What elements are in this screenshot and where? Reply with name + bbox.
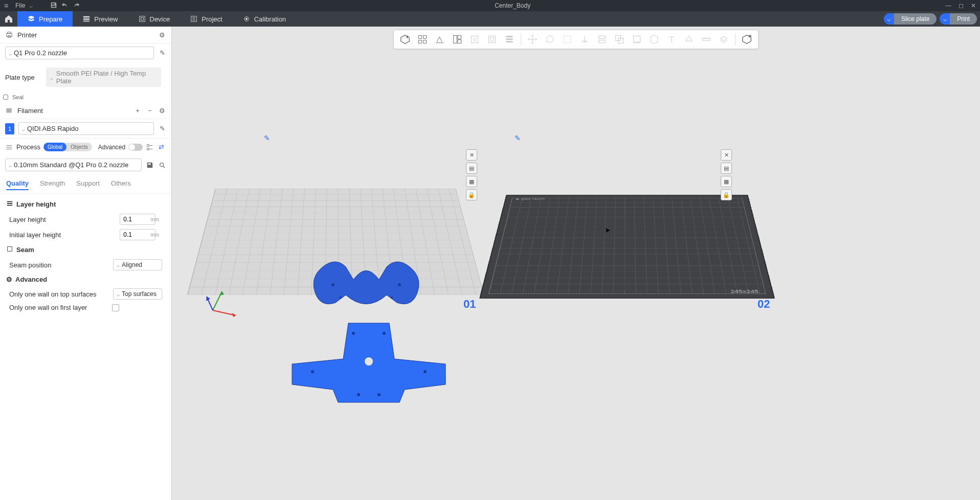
svg-rect-29 (424, 40, 427, 43)
filament-panel-header: Filament + − ⚙ (0, 102, 171, 119)
svg-marker-65 (219, 291, 224, 296)
plate-2[interactable]: ✎ ◉ QIDI TECH 245x245 (494, 134, 760, 338)
tab-prepare[interactable]: Prepare (17, 11, 73, 27)
chevron-down-icon (9, 49, 12, 57)
slice-label: Slice plate (894, 13, 937, 25)
home-button[interactable] (0, 11, 17, 27)
plate-close-icon[interactable]: ✕ (466, 149, 477, 161)
filament-edit-icon[interactable]: ✎ (158, 125, 166, 133)
filament-slot-1[interactable]: 1 (5, 123, 14, 134)
svg-point-54 (391, 297, 393, 299)
tab-preview-label: Preview (94, 15, 118, 23)
seam-position-select[interactable]: Aligned (113, 259, 162, 270)
advanced-toggle[interactable] (128, 144, 143, 151)
filament-add-icon[interactable]: + (133, 106, 142, 115)
asset-browser-icon[interactable] (739, 32, 755, 47)
maximize-icon[interactable]: ◻ (959, 2, 964, 9)
orient-icon[interactable] (432, 32, 448, 47)
plate-2-controls: ✕ ▤ ▦ 🔒 (721, 149, 732, 200)
print-dropdown-icon[interactable]: ⌵ (940, 13, 950, 25)
menu-icon[interactable] (4, 2, 11, 10)
plate-edit-icon[interactable]: ✎ (264, 134, 469, 142)
move-icon (524, 32, 541, 47)
file-dropdown-caret[interactable]: ⌵ (29, 2, 33, 9)
tab-calibration[interactable]: Calibration (233, 11, 296, 27)
plate-settings-icon[interactable]: ▦ (466, 176, 477, 187)
model-top-piece[interactable] (295, 252, 438, 318)
tab-device[interactable]: Device (128, 11, 181, 27)
file-menu[interactable]: File (15, 2, 25, 9)
close-icon[interactable]: ✕ (971, 2, 976, 9)
redo-icon[interactable] (73, 2, 80, 10)
list-icon[interactable] (146, 143, 154, 151)
tab-strength[interactable]: Strength (40, 177, 65, 190)
svg-rect-23 (8, 247, 12, 252)
layers-icon (6, 200, 13, 209)
height-range-icon (501, 32, 518, 47)
flatten-icon (576, 32, 593, 47)
process-save-icon[interactable] (146, 161, 154, 169)
seal-label: Seal (12, 94, 24, 100)
plate-settings-icon[interactable]: ▦ (721, 176, 732, 187)
plate-lock-icon[interactable]: 🔒 (721, 189, 732, 200)
svg-point-59 (383, 332, 386, 335)
svg-rect-44 (633, 36, 640, 42)
one-wall-top-select[interactable]: Top surfaces (113, 288, 162, 300)
svg-rect-27 (424, 36, 427, 39)
plate-arrange-icon[interactable]: ▤ (721, 163, 732, 174)
svg-line-19 (163, 166, 165, 168)
compare-icon[interactable]: ⇄ (157, 143, 165, 151)
model-bottom-piece[interactable] (282, 313, 456, 405)
chevron-down-icon (50, 74, 53, 81)
minimize-icon[interactable]: — (945, 2, 951, 9)
svg-rect-31 (458, 36, 461, 39)
tab-preview[interactable]: Preview (73, 11, 128, 27)
filament-select[interactable]: QIDI ABS Rapido (18, 122, 154, 135)
printer-settings-icon[interactable]: ⚙ (158, 31, 166, 39)
printer-edit-icon[interactable]: ✎ (158, 49, 166, 57)
plate-lock-icon[interactable]: 🔒 (466, 189, 477, 200)
slice-plate-button[interactable]: ⌵ Slice plate (884, 13, 937, 25)
printer-select[interactable]: Q1 Pro 0.2 nozzle (5, 47, 154, 59)
one-wall-first-checkbox[interactable] (112, 304, 119, 311)
process-select[interactable]: 0.10mm Standard @Q1 Pro 0.2 nozzle (5, 158, 142, 171)
plate-type-select[interactable]: Smooth PEI Plate / High Temp Plate (46, 67, 161, 87)
process-select-value: 0.10mm Standard @Q1 Pro 0.2 nozzle (14, 161, 128, 169)
tab-quality[interactable]: Quality (6, 177, 29, 190)
advanced-label: Advanced (98, 144, 125, 151)
process-search-icon[interactable] (158, 161, 166, 169)
save-icon[interactable] (50, 2, 57, 10)
plate-edit-icon[interactable]: ✎ (515, 134, 760, 142)
viewport-3d[interactable]: ✎ ✕ ▤ ▦ 🔒 01 (172, 27, 980, 500)
svg-rect-38 (506, 41, 513, 42)
print-button[interactable]: ⌵ Print (940, 13, 977, 25)
tab-project[interactable]: Project (180, 11, 232, 27)
arrange-icon[interactable] (449, 32, 465, 47)
plate-1[interactable]: ✎ (203, 134, 469, 328)
tab-others[interactable]: Others (111, 177, 131, 190)
svg-point-18 (160, 163, 164, 166)
plate-close-icon[interactable]: ✕ (721, 149, 732, 161)
filament-remove-icon[interactable]: − (146, 106, 154, 115)
tab-support[interactable]: Support (76, 177, 100, 190)
svg-rect-28 (419, 40, 422, 43)
svg-rect-15 (147, 148, 149, 150)
separator (521, 33, 521, 46)
add-cube-icon[interactable] (414, 32, 431, 47)
svg-line-62 (213, 310, 236, 315)
filament-settings-icon[interactable]: ⚙ (158, 106, 166, 115)
plate-arrange-icon[interactable]: ▤ (466, 163, 477, 174)
chip-objects[interactable]: Objects (66, 143, 92, 151)
svg-rect-20 (7, 201, 13, 202)
add-plate-icon[interactable] (397, 32, 413, 47)
chevron-down-icon (22, 125, 25, 132)
tab-device-label: Device (150, 15, 170, 23)
slice-dropdown-icon[interactable]: ⌵ (884, 13, 894, 25)
seal-checkbox[interactable] (3, 95, 8, 100)
undo-icon[interactable] (61, 2, 69, 10)
svg-rect-41 (598, 40, 605, 43)
chevron-down-icon (9, 161, 12, 169)
initial-layer-height-label: Initial layer height (9, 231, 116, 239)
svg-rect-0 (83, 16, 90, 18)
chip-global[interactable]: Global (43, 143, 66, 151)
